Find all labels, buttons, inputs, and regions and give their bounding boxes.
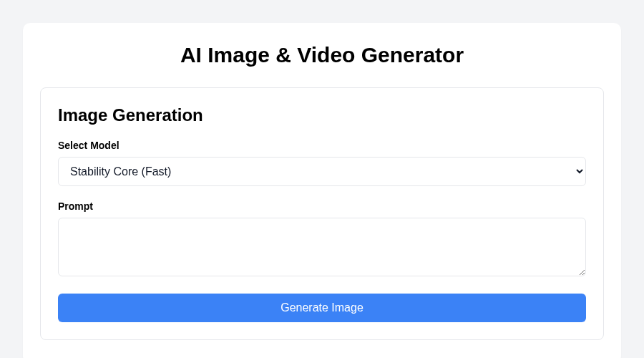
section-title: Image Generation: [58, 105, 586, 125]
model-select[interactable]: Stability Core (Fast): [58, 157, 586, 186]
model-form-group: Select Model Stability Core (Fast): [58, 140, 586, 186]
prompt-form-group: Prompt: [58, 200, 586, 279]
model-label: Select Model: [58, 140, 586, 151]
main-card: AI Image & Video Generator Image Generat…: [23, 23, 621, 358]
image-generation-section: Image Generation Select Model Stability …: [40, 87, 604, 340]
generate-image-button[interactable]: Generate Image: [58, 294, 586, 322]
prompt-textarea[interactable]: [58, 218, 586, 276]
prompt-label: Prompt: [58, 200, 586, 212]
page-container: AI Image & Video Generator Image Generat…: [0, 0, 644, 358]
page-title: AI Image & Video Generator: [40, 43, 604, 67]
